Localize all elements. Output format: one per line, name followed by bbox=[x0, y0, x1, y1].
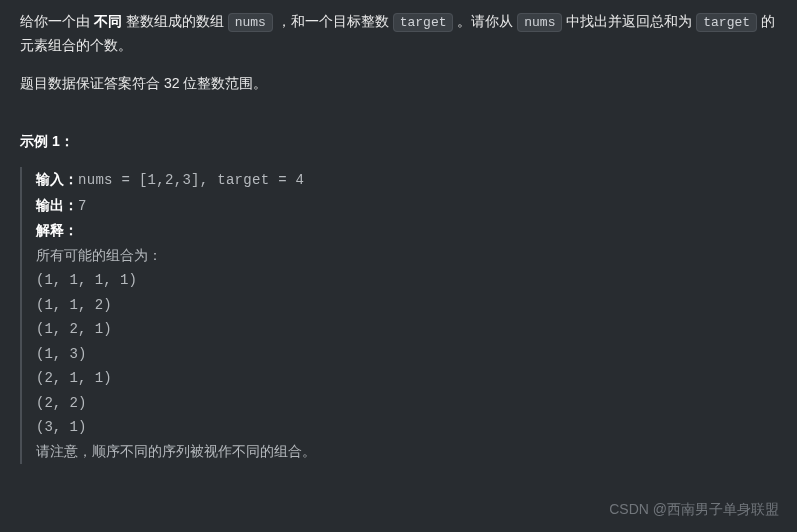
watermark: CSDN @西南男子单身联盟 bbox=[609, 498, 779, 522]
code-nums: nums bbox=[228, 13, 273, 32]
example-explain-row: 解释： bbox=[36, 218, 777, 244]
explain-intro: 所有可能的组合为： bbox=[36, 244, 777, 269]
text: ，和一个目标整数 bbox=[273, 13, 393, 29]
bold-text: 不同 bbox=[94, 13, 126, 29]
combo-line: (2, 1, 1) bbox=[36, 366, 777, 391]
text: 给你一个由 bbox=[20, 13, 94, 29]
code-target: target bbox=[393, 13, 454, 32]
code-nums-2: nums bbox=[517, 13, 562, 32]
text: 。请你从 bbox=[453, 13, 517, 29]
combo-line: (1, 1, 2) bbox=[36, 293, 777, 318]
example-title: 示例 1： bbox=[20, 130, 777, 154]
combo-line: (1, 2, 1) bbox=[36, 317, 777, 342]
explain-note: 请注意，顺序不同的序列被视作不同的组合。 bbox=[36, 440, 777, 465]
text: 整数组成的数组 bbox=[126, 13, 228, 29]
example-block: 输入：nums = [1,2,3], target = 4 输出：7 解释： 所… bbox=[20, 167, 777, 464]
code-target-2: target bbox=[696, 13, 757, 32]
problem-paragraph-1: 给你一个由 不同 整数组成的数组 nums ，和一个目标整数 target 。请… bbox=[20, 10, 777, 58]
output-label: 输出： bbox=[36, 197, 78, 213]
input-value: nums = [1,2,3], target = 4 bbox=[78, 172, 304, 188]
example-output-row: 输出：7 bbox=[36, 193, 777, 219]
combo-line: (1, 3) bbox=[36, 342, 777, 367]
explain-label: 解释： bbox=[36, 222, 78, 238]
combo-line: (1, 1, 1, 1) bbox=[36, 268, 777, 293]
problem-paragraph-2: 题目数据保证答案符合 32 位整数范围。 bbox=[20, 72, 777, 96]
combo-line: (3, 1) bbox=[36, 415, 777, 440]
combo-line: (2, 2) bbox=[36, 391, 777, 416]
text: 中找出并返回总和为 bbox=[562, 13, 696, 29]
output-value: 7 bbox=[78, 198, 87, 214]
example-input-row: 输入：nums = [1,2,3], target = 4 bbox=[36, 167, 777, 193]
input-label: 输入： bbox=[36, 171, 78, 187]
